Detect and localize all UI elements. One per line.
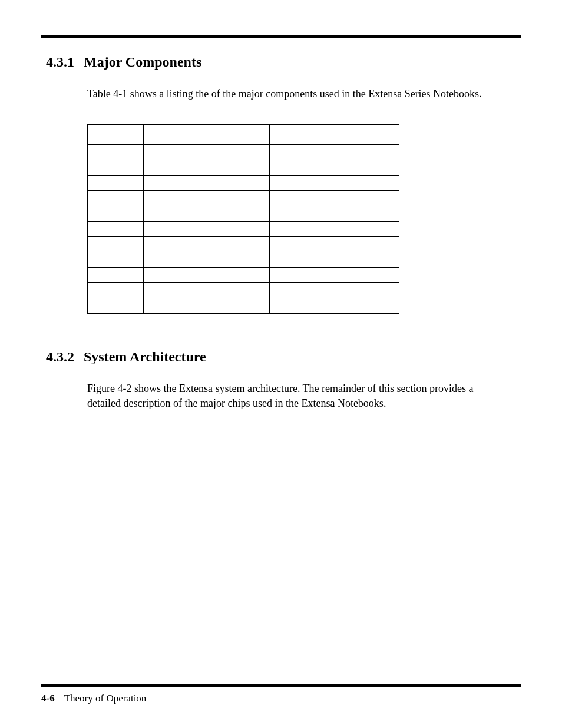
footer-text: 4-6 Theory of Operation [41, 693, 521, 704]
table-header-row [88, 125, 399, 145]
section-number: 4.3.1 [46, 54, 74, 70]
table-row [88, 176, 399, 191]
body-paragraph-s2: Figure 4-2 shows the Extensa system arch… [41, 381, 521, 410]
chapter-title: Theory of Operation [64, 693, 147, 704]
page-footer: 4-6 Theory of Operation [41, 684, 521, 704]
section-title: Major Components [84, 54, 201, 70]
table-row [88, 222, 399, 237]
table-row [88, 191, 399, 206]
section-number: 4.3.2 [46, 349, 74, 365]
table-row [88, 252, 399, 268]
table-row [88, 283, 399, 298]
section-title: System Architecture [84, 349, 206, 364]
table-row [88, 160, 399, 176]
section-heading-major-components: 4.3.1 Major Components [41, 54, 521, 70]
body-paragraph-s1: Table 4-1 shows a listing the of the maj… [41, 87, 521, 101]
top-rule [41, 35, 521, 38]
table-row [88, 206, 399, 222]
table-header-cell [143, 125, 270, 145]
table-row [88, 268, 399, 283]
page-number: 4-6 [41, 693, 55, 704]
table-row [88, 237, 399, 252]
table-row [88, 145, 399, 160]
table-4-1 [87, 124, 399, 314]
table-header-cell [270, 125, 399, 145]
section-heading-system-architecture: 4.3.2 System Architecture [41, 349, 521, 365]
table-header-cell [88, 125, 144, 145]
table-row [88, 298, 399, 314]
bottom-rule [41, 684, 521, 687]
table-4-1-wrap [41, 124, 521, 314]
